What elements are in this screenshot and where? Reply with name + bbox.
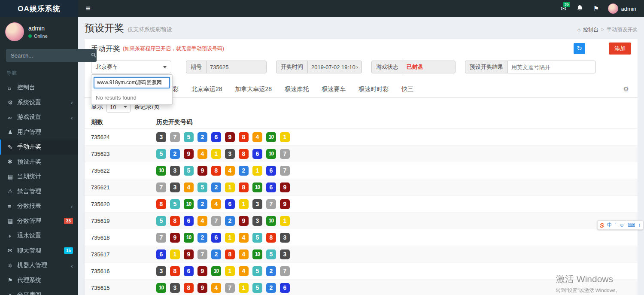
notifications-menu[interactable] — [572, 0, 588, 17]
sidebar-item-label: 预设开奖 — [17, 158, 73, 166]
lottery-ball: 2 — [211, 249, 221, 259]
ime-icon-1[interactable]: 中 — [607, 222, 612, 228]
dropdown-searchbox — [94, 77, 170, 88]
dropdown-search-input[interactable] — [94, 77, 170, 88]
refresh-button[interactable]: ↻ — [574, 43, 585, 54]
tab-4[interactable]: 极速摩托 — [278, 81, 315, 97]
lottery-ball: 3 — [156, 266, 166, 276]
ime-icon-4[interactable]: ⌨ — [628, 222, 635, 228]
tab-3[interactable]: 加拿大幸运28 — [229, 81, 279, 97]
numbers-cell: 79102614583 — [156, 233, 290, 243]
sidebar-item-share-room[interactable]: ✦分享房间 — [0, 288, 78, 295]
sidebar-item-robot-management[interactable]: ⚛机器人管理‹ — [0, 258, 78, 273]
lottery-ball: 9 — [280, 182, 290, 192]
lottery-ball: 5 — [156, 149, 166, 159]
table-header: 期数 历史开奖号码 — [85, 116, 638, 129]
sidebar-item-manual-draw[interactable]: ✎手动开奖 — [0, 140, 78, 155]
sidebar-item-dashboard[interactable]: ⌂控制台 — [0, 80, 78, 95]
lottery-ball: 4 — [239, 266, 249, 276]
lottery-ball: 10 — [211, 266, 221, 276]
lottery-ball: 1 — [225, 233, 235, 243]
game-select[interactable]: 北京赛车 — [91, 61, 171, 73]
game-status-input[interactable] — [403, 61, 456, 73]
sidebar-item-current-stats[interactable]: ▤当期统计 — [0, 169, 78, 184]
lottery-ball: 2 — [211, 182, 221, 192]
ime-icon-5[interactable]: ↑ — [638, 222, 641, 228]
lottery-ball: 4 — [184, 182, 194, 192]
lottery-ball: 9 — [184, 149, 194, 159]
lottery-ball: 7 — [280, 166, 290, 176]
sidebar-item-mute-management[interactable]: ⚠禁言管理 — [0, 184, 78, 199]
chevron-left-icon: ‹ — [71, 262, 73, 269]
tab-7[interactable]: 快三 — [395, 81, 420, 97]
lottery-ball: 2 — [170, 149, 180, 159]
lottery-ball: 5 — [170, 199, 180, 209]
numbers-cell: 38691014527 — [156, 266, 290, 276]
nav-section-label: 导航 — [0, 67, 78, 80]
search-input[interactable] — [6, 49, 91, 62]
lottery-ball: 4 — [197, 149, 207, 159]
tasks-menu[interactable]: ⚑ — [588, 0, 605, 17]
issue-input[interactable] — [206, 61, 267, 73]
search-button[interactable] — [91, 49, 97, 62]
sidebar-item-label: 当期统计 — [17, 173, 73, 180]
sidebar-item-label: 退水设置 — [17, 232, 73, 240]
sidebar-item-label: 聊天管理 — [17, 247, 64, 255]
lottery-ball: 2 — [225, 216, 235, 226]
ime-icon-2[interactable]: ’ — [615, 222, 617, 228]
robot-icon: ⚛ — [8, 262, 17, 269]
lottery-ball: 6 — [266, 166, 276, 176]
sogou-logo-icon[interactable]: S — [600, 222, 604, 229]
lottery-ball: 6 — [211, 233, 221, 243]
game-select-value: 北京赛车 — [96, 63, 118, 71]
tabs-gear-icon[interactable]: ⚙ — [623, 85, 631, 93]
lottery-ball: 8 — [239, 149, 249, 159]
breadcrumb-home[interactable]: 控制台 — [583, 26, 598, 33]
table-row: 73562210359842167 — [85, 162, 638, 179]
lottery-ball: 8 — [170, 266, 180, 276]
user-menu[interactable]: admin — [605, 3, 640, 14]
draw-time-input[interactable] — [307, 61, 362, 73]
sidebar-item-system-settings[interactable]: ⚙系统设置‹ — [0, 95, 78, 110]
numbers-cell: 58647293101 — [156, 216, 290, 226]
ime-icon-3[interactable]: ☺ — [619, 222, 624, 228]
tab-6[interactable]: 极速时时彩 — [352, 81, 395, 97]
ime-toolbar: S 中’☺⌨↑ — [597, 220, 643, 230]
messages-menu[interactable]: ✉ 35 — [556, 0, 572, 17]
lottery-ball: 3 — [252, 216, 262, 226]
lottery-ball: 8 — [266, 233, 276, 243]
sidebar-item-label: 系统设置 — [17, 99, 71, 106]
preset-result-input[interactable] — [507, 61, 596, 73]
sidebar-item-chat-management[interactable]: ✉聊天管理15 — [0, 243, 78, 259]
table-row: 73562352941386107 — [85, 146, 638, 162]
tab-2[interactable]: 北京幸运28 — [185, 81, 229, 97]
preset-result-label: 预设开奖结果 — [465, 61, 507, 73]
sidebar-toggle[interactable]: ≡ — [78, 0, 98, 17]
sidebar-item-preset-draw[interactable]: ✱预设开奖 — [0, 155, 78, 170]
table-row: 73562173452181069 — [85, 179, 638, 196]
lottery-ball: 3 — [225, 149, 235, 159]
panel-actions: ↻ 添加 — [574, 43, 631, 55]
lottery-ball: 10 — [266, 132, 276, 142]
sidebar-item-game-settings[interactable]: ∞游戏设置‹ — [0, 110, 78, 125]
app-logo[interactable]: OA娱乐系统 — [0, 0, 78, 17]
breadcrumb-current: 手动预设开奖 — [607, 26, 638, 33]
sidebar-item-label: 控制台 — [17, 84, 73, 91]
flag-icon: ⚑ — [593, 5, 599, 12]
add-button[interactable]: 添加 — [609, 43, 631, 55]
sidebar-item-agent-system[interactable]: ⚑代理系统 — [0, 273, 78, 288]
users-icon: ♟ — [8, 129, 17, 135]
messages-badge: 35 — [563, 2, 570, 7]
table-row: 73561638691014527 — [85, 263, 638, 280]
manual-draw-panel: 手动开奖 (如果杀赛程序已开启，就无需手动预设号码) ↻ 添加 北京赛车 — [85, 39, 638, 295]
manual-draw-icon: ✎ — [8, 144, 17, 150]
tab-5[interactable]: 极速赛车 — [315, 81, 352, 97]
numbers-cell: 10389471526 — [156, 283, 290, 293]
numbers-cell: 10359842167 — [156, 166, 290, 176]
lottery-ball: 7 — [170, 132, 180, 142]
draw-time-label: 开奖时间 — [276, 61, 307, 73]
sidebar-item-rebate-settings[interactable]: ◑退水设置 — [0, 228, 78, 243]
sidebar-item-score-management[interactable]: ▦分数管理35 — [0, 214, 78, 229]
sidebar-item-user-management[interactable]: ♟用户管理 — [0, 125, 78, 140]
sidebar-item-score-report[interactable]: ≡分数报表‹ — [0, 199, 78, 214]
